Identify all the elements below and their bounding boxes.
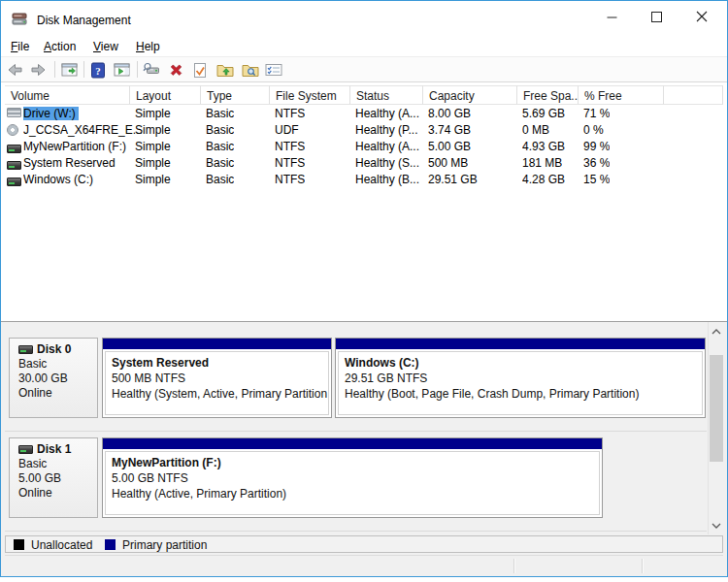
disk0-label-panel[interactable]: Disk 0 Basic 30.00 GB Online (9, 338, 98, 418)
back-button[interactable] (4, 60, 25, 80)
cell-status: Healthy (P... (355, 123, 425, 137)
table-row[interactable]: Drive (W:) Simple Basic NTFS Healthy (A.… (5, 106, 723, 122)
table-row[interactable]: J_CCSA_X64FRE_E... Simple Basic UDF Heal… (5, 122, 723, 139)
status-bar (5, 556, 723, 575)
cell-type: Basic (206, 107, 234, 120)
primary-partition-swatch (105, 539, 116, 550)
disk0-size: 30.00 GB (18, 372, 97, 386)
window-title: Disk Management (37, 14, 131, 27)
hard-drive-icon (7, 178, 21, 186)
table-row[interactable]: Windows (C:) Simple Basic NTFS Healthy (… (5, 172, 723, 188)
cell-status: Healthy (A... (355, 140, 425, 153)
column-header-status[interactable]: Status (350, 85, 423, 105)
column-header-volume[interactable]: Volume (5, 85, 130, 105)
striped-disk-icon (7, 108, 21, 117)
cell-free-space: 4.28 GB (522, 173, 565, 186)
partition-health: Healthy (Boot, Page File, Crash Dump, Pr… (345, 386, 696, 402)
cell-type: Basic (206, 173, 234, 186)
menu-bar: File Action View Help (1, 37, 727, 56)
hard-drive-icon (18, 345, 33, 354)
cd-disc-icon (7, 124, 18, 136)
properties-list-button[interactable] (263, 60, 284, 80)
scroll-up-arrow-icon[interactable] (709, 323, 724, 340)
partition-system-reserved[interactable]: System Reserved 500 MB NTFS Healthy (Sys… (102, 338, 332, 418)
scrollbar-thumb[interactable] (710, 355, 723, 462)
table-row[interactable]: MyNewPartition (F:) Simple Basic NTFS He… (5, 139, 723, 155)
cell-type: Basic (206, 140, 234, 153)
cell-status: Healthy (S... (355, 156, 425, 170)
cell-file-system: NTFS (275, 173, 305, 186)
cell-pct-free: 15 % (583, 173, 610, 186)
cell-capacity: 8.00 GB (428, 107, 471, 120)
cell-file-system: UDF (275, 123, 299, 137)
cell-type: Basic (206, 123, 234, 137)
scroll-down-arrow-icon[interactable] (709, 517, 724, 534)
cell-pct-free: 0 % (583, 123, 604, 137)
primary-partition-colorbar (103, 438, 602, 449)
help-button[interactable]: ? (87, 60, 109, 80)
column-header-type[interactable]: Type (201, 85, 270, 105)
menu-help[interactable]: Help (136, 40, 160, 53)
volume-name: System Reserved (23, 156, 116, 170)
cell-file-system: NTFS (275, 156, 305, 170)
vertical-scrollbar[interactable] (708, 322, 724, 534)
volume-name: J_CCSA_X64FRE_E... (23, 123, 143, 137)
partition-title: MyNewPartition (F:) (112, 455, 593, 470)
show-console-tree-button[interactable] (59, 60, 81, 80)
cell-status: Healthy (B... (355, 173, 425, 186)
partition-windows-c[interactable]: Windows (C:) 29.51 GB NTFS Healthy (Boot… (335, 338, 706, 418)
partition-mynewpartition-f[interactable]: MyNewPartition (F:) 5.00 GB NTFS Healthy… (102, 437, 603, 518)
disk0-name: Disk 0 (18, 342, 97, 357)
disk0-kind: Basic (18, 357, 97, 372)
show-action-pane-button[interactable] (112, 60, 133, 80)
legend-bar: Unallocated Primary partition (5, 535, 723, 553)
cell-free-space: 181 MB (522, 156, 562, 170)
cell-type: Basic (206, 156, 234, 170)
disk1-label-panel[interactable]: Disk 1 Basic 5.00 GB Online (9, 437, 98, 518)
cell-layout: Simple (135, 107, 171, 120)
disk1-kind: Basic (18, 457, 97, 471)
partition-title: System Reserved (112, 355, 322, 371)
column-header-capacity[interactable]: Capacity (423, 85, 517, 105)
column-header-blank[interactable] (664, 85, 723, 105)
column-header-free-space[interactable]: Free Spa... (517, 85, 579, 105)
cell-pct-free: 99 % (583, 140, 610, 153)
cell-free-space: 4.93 GB (522, 140, 565, 153)
cell-status: Healthy (A... (355, 107, 425, 120)
rescan-disks-button[interactable] (141, 60, 162, 80)
delete-volume-button[interactable] (165, 60, 186, 80)
disk-management-window: Disk Management File Action View Help (0, 0, 728, 577)
primary-partition-colorbar (103, 339, 331, 349)
cell-layout: Simple (135, 173, 171, 186)
cell-capacity: 29.51 GB (428, 173, 478, 186)
status-bar-divider (513, 559, 515, 573)
open-folder-button[interactable] (215, 60, 236, 80)
cell-layout: Simple (135, 123, 171, 137)
table-row[interactable]: System Reserved Simple Basic NTFS Health… (5, 155, 723, 172)
forward-button[interactable] (28, 60, 50, 80)
partition-size: 5.00 GB NTFS (112, 470, 593, 486)
menu-view[interactable]: View (93, 40, 118, 53)
cell-layout: Simple (135, 156, 171, 170)
maximize-button[interactable] (635, 1, 678, 32)
column-header-pct-free[interactable]: % Free (579, 85, 664, 105)
cell-file-system: NTFS (275, 140, 305, 153)
volume-name-selected: Drive (W:) (23, 107, 79, 120)
minimize-button[interactable] (590, 1, 634, 32)
primary-partition-colorbar (336, 339, 705, 349)
explore-folder-button[interactable] (240, 60, 261, 80)
menu-file[interactable]: File (11, 40, 29, 53)
column-header-layout[interactable]: Layout (130, 85, 201, 105)
column-header-file-system[interactable]: File System (270, 85, 350, 105)
hard-drive-icon (7, 145, 21, 153)
cell-free-space: 5.69 GB (522, 107, 565, 120)
toolbar-separator (137, 61, 138, 78)
task-check-button[interactable] (189, 60, 211, 80)
menu-action[interactable]: Action (44, 40, 76, 53)
cell-capacity: 5.00 GB (428, 140, 471, 153)
close-button[interactable] (679, 1, 723, 32)
hard-drive-icon (7, 161, 21, 170)
disk1-name: Disk 1 (18, 442, 97, 457)
legend-label-unallocated: Unallocated (31, 538, 92, 552)
cell-capacity: 500 MB (428, 156, 468, 170)
